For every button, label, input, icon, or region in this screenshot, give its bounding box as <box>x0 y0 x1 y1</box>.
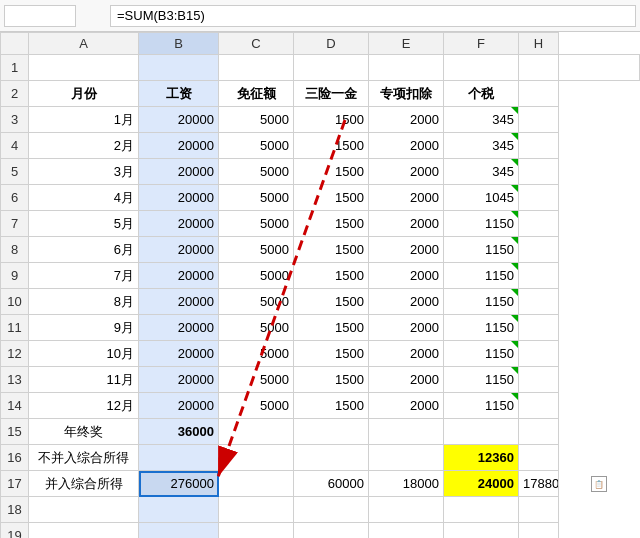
cell[interactable] <box>519 237 559 263</box>
cell[interactable]: 276000 <box>139 471 219 497</box>
cell[interactable] <box>369 497 444 523</box>
cell[interactable]: 9月 <box>29 315 139 341</box>
cell[interactable]: 1500 <box>294 263 369 289</box>
cell[interactable]: 5000 <box>219 367 294 393</box>
cell[interactable] <box>519 497 559 523</box>
cell[interactable]: 1500 <box>294 107 369 133</box>
cell[interactable]: 60000 <box>294 471 369 497</box>
cell[interactable]: 5月 <box>29 211 139 237</box>
cell[interactable] <box>29 523 139 539</box>
cell[interactable]: 11月 <box>29 367 139 393</box>
cell[interactable]: 20000 <box>139 263 219 289</box>
cell[interactable] <box>29 497 139 523</box>
cell[interactable] <box>219 419 294 445</box>
cell[interactable]: 1月 <box>29 107 139 133</box>
cell[interactable] <box>219 523 294 539</box>
cell[interactable] <box>369 445 444 471</box>
cell[interactable] <box>559 55 640 81</box>
cell[interactable]: 17880 <box>519 471 559 497</box>
cell[interactable]: 5000 <box>219 211 294 237</box>
cell[interactable]: 345 <box>444 159 519 185</box>
cell[interactable] <box>139 523 219 539</box>
cell[interactable] <box>369 419 444 445</box>
cell[interactable]: 1150 <box>444 289 519 315</box>
cell[interactable]: 1150 <box>444 263 519 289</box>
cell[interactable]: 18000 <box>369 471 444 497</box>
cell[interactable]: 1500 <box>294 315 369 341</box>
cell[interactable] <box>294 523 369 539</box>
cell[interactable]: 1150 <box>444 315 519 341</box>
cell[interactable]: 5000 <box>219 133 294 159</box>
col-header-f[interactable]: F <box>444 33 519 55</box>
formula-input[interactable] <box>110 5 636 27</box>
cell[interactable]: 2000 <box>369 289 444 315</box>
cell[interactable] <box>294 55 369 81</box>
cell[interactable]: 20000 <box>139 159 219 185</box>
cell[interactable]: 2000 <box>369 341 444 367</box>
cell[interactable]: 5000 <box>219 237 294 263</box>
cell[interactable]: 20000 <box>139 185 219 211</box>
cell[interactable]: 1150 <box>444 211 519 237</box>
cell[interactable]: 12360 <box>444 445 519 471</box>
cell[interactable]: 24000 <box>444 471 519 497</box>
cell[interactable] <box>519 341 559 367</box>
cell[interactable]: 不并入综合所得 <box>29 445 139 471</box>
cell[interactable] <box>519 159 559 185</box>
cell[interactable] <box>139 445 219 471</box>
cell[interactable]: 20000 <box>139 289 219 315</box>
cell[interactable]: 1045 <box>444 185 519 211</box>
cell[interactable] <box>294 497 369 523</box>
cell[interactable] <box>519 55 559 81</box>
cell[interactable] <box>519 81 559 107</box>
cell[interactable]: 2000 <box>369 367 444 393</box>
cell[interactable]: 1500 <box>294 237 369 263</box>
cell[interactable]: 1150 <box>444 393 519 419</box>
cell[interactable]: 2月 <box>29 133 139 159</box>
cell[interactable]: 5000 <box>219 289 294 315</box>
cell[interactable]: 20000 <box>139 237 219 263</box>
cell[interactable] <box>519 367 559 393</box>
cell[interactable]: 8月 <box>29 289 139 315</box>
cell[interactable]: 1500 <box>294 133 369 159</box>
cell[interactable]: 20000 <box>139 133 219 159</box>
cell[interactable]: 5000 <box>219 185 294 211</box>
cell[interactable]: 三险一金 <box>294 81 369 107</box>
col-header-c[interactable]: C <box>219 33 294 55</box>
cell[interactable]: 1150 <box>444 367 519 393</box>
cell[interactable]: 免征额 <box>219 81 294 107</box>
cell[interactable]: 工资 <box>139 81 219 107</box>
cell[interactable] <box>139 497 219 523</box>
col-header-h[interactable]: H <box>519 33 559 55</box>
cell[interactable]: 1500 <box>294 211 369 237</box>
cell[interactable] <box>519 523 559 539</box>
cell[interactable]: 7月 <box>29 263 139 289</box>
cell[interactable] <box>519 419 559 445</box>
cell[interactable]: 12月 <box>29 393 139 419</box>
cell[interactable] <box>139 55 219 81</box>
cell[interactable] <box>369 55 444 81</box>
cell[interactable]: 5000 <box>219 341 294 367</box>
cell[interactable]: 2000 <box>369 315 444 341</box>
cell[interactable]: 20000 <box>139 367 219 393</box>
cell[interactable] <box>519 211 559 237</box>
cell[interactable]: 1500 <box>294 289 369 315</box>
cell[interactable] <box>219 55 294 81</box>
cell[interactable]: 2000 <box>369 393 444 419</box>
cell[interactable]: 5000 <box>219 263 294 289</box>
cell[interactable]: 345 <box>444 107 519 133</box>
cell[interactable]: 年终奖 <box>29 419 139 445</box>
cell[interactable]: 月份 <box>29 81 139 107</box>
cell[interactable] <box>519 315 559 341</box>
cell[interactable] <box>444 523 519 539</box>
cell[interactable]: 10月 <box>29 341 139 367</box>
cell[interactable]: 1150 <box>444 237 519 263</box>
cell[interactable] <box>369 523 444 539</box>
cell[interactable]: 2000 <box>369 237 444 263</box>
cell[interactable]: 1500 <box>294 367 369 393</box>
cell[interactable] <box>219 445 294 471</box>
cell[interactable]: 2000 <box>369 107 444 133</box>
cell[interactable]: 1500 <box>294 159 369 185</box>
col-header-a[interactable]: A <box>29 33 139 55</box>
cell[interactable] <box>294 419 369 445</box>
cell[interactable]: 1150 <box>444 341 519 367</box>
